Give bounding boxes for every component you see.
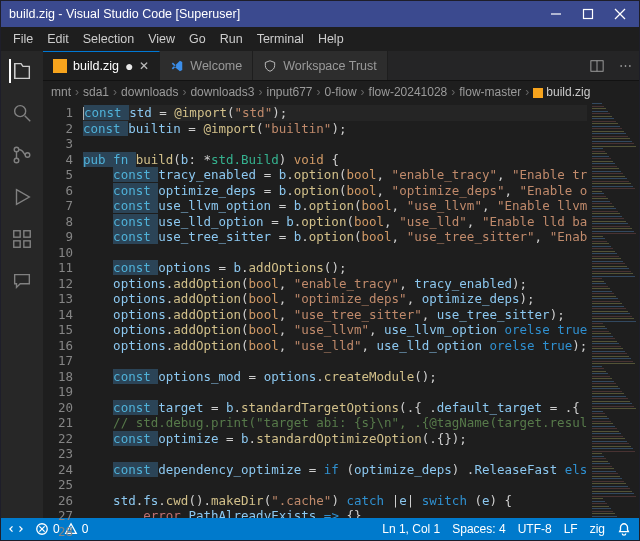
chat-icon[interactable]: [10, 269, 34, 293]
bc-seg[interactable]: flow-master: [459, 85, 521, 99]
bc-seg[interactable]: downloads3: [190, 85, 254, 99]
bc-seg[interactable]: mnt: [51, 85, 71, 99]
menu-view[interactable]: View: [142, 30, 181, 48]
menu-bar: File Edit Selection View Go Run Terminal…: [1, 27, 639, 51]
close-button[interactable]: [605, 4, 635, 24]
source-control-icon[interactable]: [10, 143, 34, 167]
zig-file-icon: [53, 59, 67, 73]
eol[interactable]: LF: [564, 522, 578, 536]
bc-seg[interactable]: downloads: [121, 85, 178, 99]
activity-bar: [1, 51, 43, 518]
title-bar[interactable]: build.zig - Visual Studio Code [Superuse…: [1, 1, 639, 27]
remote-indicator[interactable]: [9, 522, 23, 536]
bc-seg[interactable]: input677: [266, 85, 312, 99]
tab-workspace-trust[interactable]: Workspace Trust: [253, 51, 388, 80]
bc-seg: build.zig: [533, 85, 590, 99]
search-icon[interactable]: [10, 101, 34, 125]
vscode-icon: [170, 59, 184, 73]
tab-bar: build.zig ● ✕ Welcome Workspace Trust ⋯: [43, 51, 639, 81]
minimap[interactable]: [587, 103, 639, 518]
svg-point-8: [25, 153, 30, 158]
svg-rect-11: [24, 231, 30, 237]
vscode-window: build.zig - Visual Studio Code [Superuse…: [0, 0, 640, 541]
tab-close-icon[interactable]: ✕: [139, 59, 149, 73]
status-bar: 0 0 Ln 1, Col 1 Spaces: 4 UTF-8 LF zig: [1, 518, 639, 540]
menu-terminal[interactable]: Terminal: [251, 30, 310, 48]
menu-go[interactable]: Go: [183, 30, 212, 48]
tab-build-zig[interactable]: build.zig ● ✕: [43, 51, 160, 80]
svg-line-5: [25, 116, 31, 122]
line-number-gutter[interactable]: 1234567891011121314151617181920212223242…: [43, 103, 83, 518]
cursor-position[interactable]: Ln 1, Col 1: [382, 522, 440, 536]
svg-rect-1: [584, 10, 593, 19]
split-editor-icon[interactable]: [583, 59, 611, 73]
minimize-button[interactable]: [541, 4, 571, 24]
svg-point-7: [14, 158, 19, 163]
shield-icon: [263, 59, 277, 73]
tab-label: Workspace Trust: [283, 59, 377, 73]
svg-point-6: [14, 147, 19, 152]
bc-seg[interactable]: sda1: [83, 85, 109, 99]
menu-run[interactable]: Run: [214, 30, 249, 48]
extensions-icon[interactable]: [10, 227, 34, 251]
tab-welcome[interactable]: Welcome: [160, 51, 253, 80]
window-title: build.zig - Visual Studio Code [Superuse…: [9, 7, 541, 21]
dirty-indicator-icon: ●: [125, 59, 133, 73]
indentation[interactable]: Spaces: 4: [452, 522, 505, 536]
svg-marker-9: [17, 190, 30, 205]
menu-help[interactable]: Help: [312, 30, 350, 48]
svg-rect-12: [14, 241, 20, 247]
maximize-button[interactable]: [573, 4, 603, 24]
code-editor[interactable]: const std = @import("std");const builtin…: [83, 103, 587, 518]
bc-seg[interactable]: flow-20241028: [369, 85, 448, 99]
editor-group: build.zig ● ✕ Welcome Workspace Trust ⋯: [43, 51, 639, 518]
menu-selection[interactable]: Selection: [77, 30, 140, 48]
more-actions-icon[interactable]: ⋯: [611, 58, 639, 73]
run-debug-icon[interactable]: [10, 185, 34, 209]
encoding[interactable]: UTF-8: [518, 522, 552, 536]
tab-label: build.zig: [73, 59, 119, 73]
menu-edit[interactable]: Edit: [41, 30, 75, 48]
zig-file-icon: [533, 88, 543, 98]
language-mode[interactable]: zig: [590, 522, 605, 536]
svg-rect-10: [14, 231, 20, 237]
breadcrumb[interactable]: mnt› sda1› downloads› downloads3› input6…: [43, 81, 639, 103]
bc-seg[interactable]: 0-flow: [325, 85, 357, 99]
tab-label: Welcome: [190, 59, 242, 73]
explorer-icon[interactable]: [9, 59, 33, 83]
svg-point-4: [15, 106, 26, 117]
menu-file[interactable]: File: [7, 30, 39, 48]
notifications-icon[interactable]: [617, 522, 631, 536]
svg-rect-13: [24, 241, 30, 247]
